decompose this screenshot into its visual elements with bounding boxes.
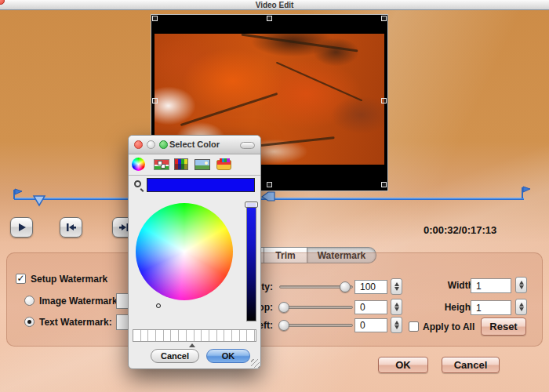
selection-handle-top-center[interactable] <box>267 16 272 21</box>
selection-handle-bottom-center[interactable] <box>267 182 272 187</box>
dialog-titlebar: Select Color <box>129 136 260 154</box>
dialog-cancel-button[interactable]: Cancel <box>151 349 199 363</box>
color-swatch[interactable] <box>217 330 225 341</box>
color-swatch[interactable] <box>179 330 187 341</box>
timeline-position-marker[interactable] <box>260 191 277 203</box>
height-value-input[interactable] <box>471 300 511 315</box>
palette-mode-icon[interactable] <box>174 158 188 170</box>
color-swatch[interactable] <box>187 330 195 341</box>
image-watermark-label: Image Watermark: <box>39 296 121 307</box>
color-mode-toolbar <box>129 154 260 176</box>
color-swatch[interactable] <box>156 330 164 341</box>
selection-handle-mid-right[interactable] <box>381 98 387 103</box>
ok-button[interactable]: OK <box>378 357 428 373</box>
apply-to-all-checkbox[interactable] <box>409 321 419 332</box>
top-slider-track[interactable] <box>279 306 353 309</box>
select-color-dialog: Select Color <box>128 135 261 369</box>
color-swatch[interactable] <box>224 330 232 341</box>
selection-handle-top-left[interactable] <box>152 16 158 21</box>
selection-handle-mid-left[interactable] <box>152 98 158 103</box>
color-wheel[interactable] <box>136 203 233 300</box>
top-value-input[interactable] <box>354 300 387 314</box>
sliders-mode-icon[interactable] <box>154 159 169 170</box>
dialog-ok-button[interactable]: OK <box>206 349 250 363</box>
branch-decoration <box>276 62 362 102</box>
arrow-to-start-icon <box>65 222 78 233</box>
color-swatch[interactable] <box>195 330 202 341</box>
brightness-slider[interactable] <box>246 202 256 321</box>
apply-to-all-label: Apply to All <box>423 321 474 332</box>
selected-color-bar <box>147 178 255 192</box>
color-swatch[interactable] <box>247 330 255 341</box>
crayons-mode-icon[interactable] <box>216 160 231 170</box>
setup-watermark-checkbox[interactable]: ✓ <box>16 274 26 284</box>
text-watermark-radio[interactable] <box>24 317 35 327</box>
magnifier-icon[interactable] <box>134 180 141 187</box>
left-value-input[interactable] <box>354 318 387 332</box>
check-icon: ✓ <box>16 273 24 284</box>
time-display: 0:00:32/0:17:13 <box>424 224 549 236</box>
cancel-button[interactable]: Cancel <box>442 357 500 373</box>
reset-button[interactable]: Reset <box>481 318 526 336</box>
color-wheel-mode-icon[interactable] <box>132 158 145 171</box>
color-swatch[interactable] <box>171 330 179 341</box>
video-edit-window: Video Edit <box>0 0 549 392</box>
width-stepper[interactable] <box>515 277 527 293</box>
opacity-slider-thumb[interactable] <box>340 281 351 292</box>
play-button[interactable] <box>10 217 33 238</box>
top-slider-thumb[interactable] <box>278 302 289 313</box>
width-label: Width: <box>414 280 477 291</box>
play-icon <box>16 222 27 233</box>
left-slider-thumb[interactable] <box>278 320 289 331</box>
dialog-resize-grip[interactable] <box>251 359 260 368</box>
opacity-value-input[interactable] <box>354 280 387 294</box>
color-swatch[interactable] <box>141 330 149 341</box>
color-wheel-marker[interactable] <box>156 303 161 308</box>
top-stepper[interactable] <box>391 299 402 315</box>
left-stepper[interactable] <box>391 317 402 333</box>
setup-watermark-label: Setup Watermark <box>31 274 107 285</box>
swatch-drawer-caret[interactable] <box>189 343 195 347</box>
image-watermark-radio[interactable] <box>24 296 35 306</box>
color-swatch[interactable] <box>133 330 141 341</box>
color-swatch[interactable] <box>232 330 240 341</box>
height-label: Height: <box>414 302 477 313</box>
window-title: Video Edit <box>0 0 549 10</box>
color-swatch[interactable] <box>240 330 248 341</box>
color-swatch[interactable] <box>202 330 209 341</box>
trim-end-flag[interactable] <box>518 185 532 199</box>
branch-decoration <box>180 93 278 126</box>
color-swatch[interactable] <box>148 330 156 341</box>
set-trim-start-button[interactable] <box>60 217 82 238</box>
window-titlebar: Video Edit <box>0 0 549 10</box>
image-mode-icon[interactable] <box>195 159 210 170</box>
width-value-input[interactable] <box>471 278 511 293</box>
text-watermark-label: Text Watermark: <box>39 317 112 328</box>
branch-decoration <box>242 34 358 53</box>
selection-handle-bottom-right[interactable] <box>381 182 387 187</box>
brightness-slider-thumb[interactable] <box>245 201 258 208</box>
height-stepper[interactable] <box>515 299 527 315</box>
color-swatch[interactable] <box>209 330 217 341</box>
trim-start-flag[interactable] <box>9 187 24 200</box>
toolbar-toggle-button[interactable] <box>240 142 255 149</box>
opacity-stepper[interactable] <box>391 278 402 295</box>
swatch-row <box>133 329 256 342</box>
selection-handle-top-right[interactable] <box>381 16 387 21</box>
color-swatch[interactable] <box>164 330 172 341</box>
playhead-marker[interactable] <box>32 195 46 207</box>
left-slider-track[interactable] <box>279 324 353 327</box>
